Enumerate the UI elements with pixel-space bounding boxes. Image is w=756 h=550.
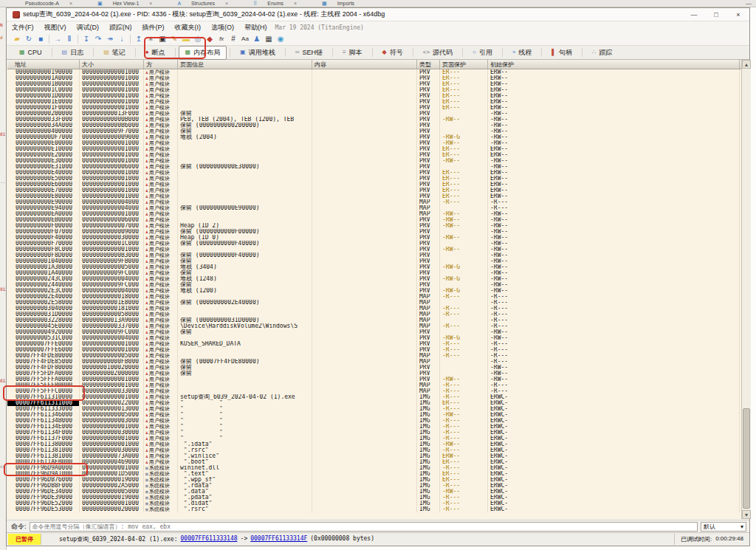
table-row[interactable]: 0000000000E100000000000000001000♟用户模块PRV…	[7, 146, 741, 152]
minimize-button[interactable]: —	[683, 10, 705, 20]
table-row[interactable]: 0000000000F8D00000000000000B3000♟用户模块保留 …	[7, 252, 741, 258]
tab-symbols[interactable]: ◆符号	[376, 46, 410, 60]
table-row[interactable]: 00007FF96DE520000000000000001000▦系统模块 ".…	[7, 501, 741, 506]
table-row[interactable]: 000000000243C0000000000000004000♟用户模块堆栈 …	[7, 276, 741, 282]
table-row[interactable]: 0000000000EB00000000000000006000♟用户模块PRV…	[7, 217, 741, 223]
scrollbar-thumb[interactable]	[743, 408, 750, 509]
table-row[interactable]: 0000000000E200000000000000001000♟用户模块PRV…	[7, 152, 741, 158]
table-row[interactable]: 00000000001D00000000000000001000♟用户模块PRV…	[7, 93, 741, 99]
command-profile-dropdown[interactable]: 默认 ▾	[701, 522, 746, 532]
table-row[interactable]: 00007FF96DE340000000000000005000▦系统模块 ".…	[7, 489, 741, 495]
column-header[interactable]: 页面保护	[440, 60, 488, 69]
tab-cpu[interactable]: ▦CPU	[13, 47, 49, 58]
tab-script[interactable]: ≡脚本	[336, 46, 369, 60]
table-row[interactable]: 000000000033F000000000000000B000♟用户模块PEB…	[7, 117, 741, 123]
patch-pencil-icon[interactable]: ✎	[168, 34, 180, 45]
column-header[interactable]: 类型	[417, 60, 440, 69]
animate-icon[interactable]: ∗	[145, 34, 157, 45]
table-row[interactable]: 000000000531C0000000000000004000♟用户模块PRV…	[7, 335, 741, 341]
table-row[interactable]: 0000000000200000000000000013F000♟用户模块保留P…	[7, 111, 741, 117]
table-row[interactable]: 00007FF4FDE8500000000000000FB000♟用户模块保留 …	[7, 359, 741, 365]
table-row[interactable]: 00007FF4FDE800000000000000005000♟用户模块MAP…	[7, 353, 741, 359]
tab-breakpoints[interactable]: ●断点	[139, 46, 172, 60]
scroll-down-arrow[interactable]: ▼	[742, 510, 751, 519]
user-figure-icon[interactable]: ♟	[251, 34, 263, 45]
vertical-scrollbar[interactable]: ▲ ▼	[741, 60, 751, 519]
table-row[interactable]: 00000000001F00000000000000001000♟用户模块PRV…	[7, 105, 741, 111]
step-over-icon[interactable]: ↷	[92, 34, 104, 45]
table-row[interactable]: 00007FF96DE390000000000000019000▦系统模块 ".…	[7, 495, 741, 501]
menu-item[interactable]: 视图(V)	[39, 23, 72, 32]
step-out-icon[interactable]: ↓	[116, 34, 128, 45]
run-to-user-code-icon[interactable]: ↠	[104, 34, 116, 45]
table-row[interactable]: 0000000002E5800000000000001E8000♟用户模块保留 …	[7, 300, 741, 306]
menu-item[interactable]: 选项(O)	[206, 23, 239, 32]
table-row[interactable]: 00007FF96DE530000000000000020000▦系统模块 ".…	[7, 506, 741, 512]
pause-icon[interactable]: Ⅱ	[63, 34, 75, 45]
font-case-icon[interactable]: Aa	[239, 34, 251, 45]
column-header[interactable]: 页面信息	[178, 60, 312, 69]
run-until-return-icon[interactable]: ↥	[133, 34, 145, 45]
table-row[interactable]: 00007FF96D9A100000000000001D5000▦系统模块 ".…	[7, 471, 741, 477]
table-row[interactable]: 0000000000E000000000000000001000♟用户模块PRV…	[7, 140, 741, 146]
table-row[interactable]: 0000000001A3B0000000000000005000♟用户模块堆栈 …	[7, 264, 741, 270]
table-row[interactable]: 00000000031D00000000000000058000♟用户模块MAP…	[7, 312, 741, 317]
table-row[interactable]: 00000000001E00000000000000001000♟用户模块PRV…	[7, 99, 741, 105]
table-row[interactable]: 0000000002E3C0000000000000004000♟用户模块堆栈 …	[7, 288, 741, 294]
tab-notes[interactable]: ▤笔记	[97, 46, 132, 60]
table-row[interactable]: 00007FF61137F0000000000000001000♟用户模块" "…	[7, 436, 741, 441]
scroll-up-arrow[interactable]: ▲	[742, 60, 751, 69]
table-row[interactable]: 00007FF61134B0000000000000003000♟用户模块" "…	[7, 418, 741, 424]
menu-item[interactable]: 插件(P)	[137, 23, 170, 32]
table-row[interactable]: 0000000000E800000000000000001000♟用户模块PRV…	[7, 193, 741, 199]
tab-handles[interactable]: ▌句柄	[545, 46, 579, 60]
table-row[interactable]: 00007FF96D9A00000000000000001000▦系统模块win…	[7, 465, 741, 471]
tab-threads[interactable]: »线程	[506, 46, 538, 60]
restart-icon[interactable]: ↻	[23, 34, 35, 45]
run-icon[interactable]: →	[52, 34, 63, 45]
table-row[interactable]: 0000000000F070000000000000009000♟用户模块保留 …	[7, 229, 741, 235]
table-row[interactable]: 00007FF6113810000000000000030000♟用户模块 ".…	[7, 447, 741, 453]
calculator-icon[interactable]: ▦	[263, 34, 275, 45]
table-row[interactable]: 00000000001A00000000000000001000♟用户模块PRV…	[7, 75, 741, 81]
tab-memory-map[interactable]: ▦内存布局	[179, 46, 227, 60]
table-row[interactable]: 000000007FFE00000000000000001000♟用户模块KUS…	[7, 341, 741, 347]
table-row[interactable]: 00007FF611AEB0000000000000469000♟用户模块 ".…	[7, 459, 741, 465]
table-row[interactable]: 00007FF6113800000000000000001000♟用户模块 ".…	[7, 441, 741, 447]
table-row[interactable]: 00007FF4FDF800000000000100020000♟用户模块保留P…	[7, 365, 741, 371]
maximize-button[interactable]: □	[705, 10, 727, 20]
table-row[interactable]: 0000000000F000000000000000007000♟用户模块Hea…	[7, 223, 741, 229]
table-row[interactable]: 0000000000E900000000000000004000♟用户模块MAP…	[7, 199, 741, 205]
fx-icon[interactable]: fx	[216, 34, 227, 45]
table-row[interactable]: 0000000000E500000000000000001000♟用户模块PRV…	[7, 176, 741, 182]
table-row[interactable]: 000000007FFE60000000000000001000♟用户模块PRV…	[7, 347, 741, 353]
menu-item[interactable]: 文件(F)	[7, 23, 39, 32]
column-header[interactable]: 地址	[7, 60, 80, 69]
table-row[interactable]: 000000000034A00000000000000B6000♟用户模块保留 …	[7, 123, 741, 128]
tab-source[interactable]: <>源代码	[416, 46, 459, 60]
table-row[interactable]: 000000000322800000000000013A9000♟用户模块保留 …	[7, 317, 741, 323]
table-row[interactable]: 00007FF5FDFA00000000000002000000♟用户模块保留P…	[7, 371, 741, 377]
globe-icon[interactable]: ◉	[275, 34, 286, 45]
table-row[interactable]: 0000000000EA00000000000000001000♟用户模块MAP…	[7, 211, 741, 217]
status-address-from-link[interactable]: 00007FF611333148	[181, 535, 238, 543]
table-row[interactable]: 0000000000F8C0000000000000001000♟用户模块PRV…	[7, 247, 741, 252]
column-header[interactable]: 大小	[80, 60, 144, 69]
table-row[interactable]: 0000000000E310000000000000006000♟用户模块保留 …	[7, 164, 741, 170]
step-into-icon[interactable]: ↧	[80, 34, 92, 45]
table-row[interactable]: 00007FF96DB8F00000000000002A5000▦系统模块 ".…	[7, 483, 741, 489]
menu-item[interactable]: 收藏夹(I)	[170, 23, 207, 32]
tab-call-stack[interactable]: ▣调用堆栈	[233, 46, 282, 60]
table-row[interactable]: 0000000000F400000000000000030000♟用户模块Hea…	[7, 235, 741, 241]
close-button[interactable]: ×	[727, 10, 749, 20]
column-header[interactable]: 初始保护	[488, 60, 740, 69]
tab-references[interactable]: ○引用	[466, 46, 499, 60]
table-row[interactable]: 00007FF5FFFA00000000000000001000♟用户模块PRV…	[7, 377, 741, 382]
table-row[interactable]: 00007FF6113110000000000000022000♟用户模块" "…	[7, 400, 741, 406]
tab-trace[interactable]: ∴跟踪	[585, 46, 619, 60]
table-row[interactable]: 0000000000E600000000000000001000♟用户模块PRV…	[7, 182, 741, 188]
column-header[interactable]: 内容	[312, 60, 417, 69]
table-row[interactable]: 0000000000F70000000000000001C000♟用户模块保留 …	[7, 241, 741, 247]
table-row[interactable]: 00007FF6113460000000000000005000♟用户模块" "…	[7, 412, 741, 418]
table-row[interactable]: 00007FF6113330000000000000013000♟用户模块" "…	[7, 406, 741, 412]
